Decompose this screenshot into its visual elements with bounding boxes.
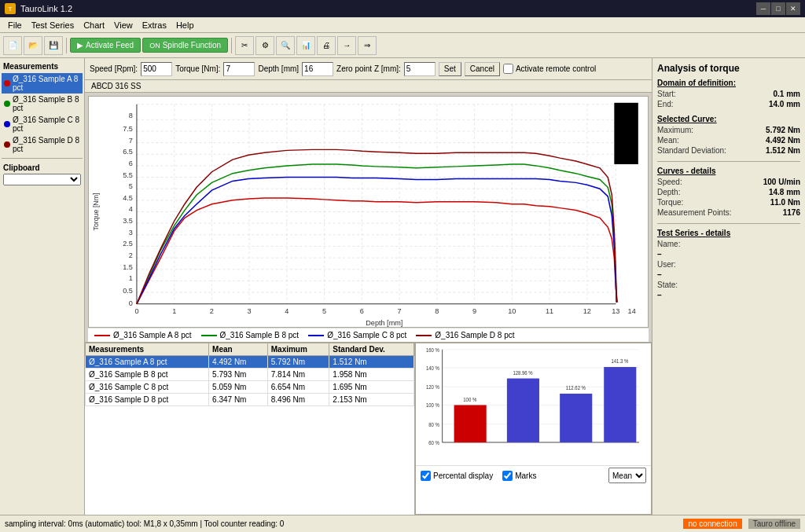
table-row-b[interactable]: Ø_316 Sample B 8 pct 5.793 Nm 7.814 Nm 1… bbox=[86, 369, 414, 381]
sidebar-item-b[interactable]: Ø_316 Sample B 8 pct bbox=[2, 94, 83, 114]
speed-input[interactable] bbox=[141, 62, 172, 76]
marks-checkbox[interactable] bbox=[502, 471, 513, 481]
menu-help[interactable]: Help bbox=[171, 19, 199, 31]
cell-name-a: Ø_316 Sample A 8 pct bbox=[86, 356, 209, 369]
ts-name-row: Name: bbox=[657, 240, 800, 248]
abcd-label: ABCD 316 SS bbox=[85, 80, 652, 93]
table-row-d[interactable]: Ø_316 Sample D 8 pct 6.347 Nm 8.496 Nm 2… bbox=[86, 394, 414, 406]
sidebar-item-c[interactable]: Ø_316 Sample C 8 pct bbox=[2, 114, 83, 134]
bottom-section: Measurements Mean Maximum Standard Dev. … bbox=[85, 342, 652, 515]
set-button[interactable]: Set bbox=[439, 62, 461, 76]
svg-text:8: 8 bbox=[435, 308, 439, 316]
sc-std-row: Standard Deviation: 1.512 Nm bbox=[657, 146, 800, 155]
speed-label: Speed [Rpm]: bbox=[90, 64, 138, 73]
depth-input[interactable] bbox=[302, 62, 333, 76]
sc-mean-value: 4.492 Nm bbox=[766, 136, 800, 145]
tool-new[interactable]: 📄 bbox=[3, 36, 22, 55]
tool-arrow-double[interactable]: ⇒ bbox=[358, 36, 377, 55]
ts-state-label: State: bbox=[657, 281, 678, 289]
metric-select[interactable]: Mean bbox=[608, 468, 646, 483]
window-controls[interactable]: ─ □ ✕ bbox=[756, 2, 800, 15]
maximize-button[interactable]: □ bbox=[771, 2, 785, 15]
cell-max-c: 6.654 Nm bbox=[267, 381, 329, 394]
cd-depth-row: Depth: 14.8 mm bbox=[657, 188, 800, 196]
main-chart-area: 0 1 2 3 4 5 6 7 8 9 10 11 12 13 14 bbox=[88, 96, 649, 328]
domain-start-value: 0.1 mm bbox=[774, 90, 800, 98]
tool-open[interactable]: 📂 bbox=[24, 36, 42, 55]
svg-text:6: 6 bbox=[129, 160, 133, 167]
svg-text:140 %: 140 % bbox=[426, 365, 439, 371]
svg-text:120 %: 120 % bbox=[426, 383, 439, 390]
menu-bar: File Test Series Chart View Extras Help bbox=[0, 17, 805, 33]
remote-control-label[interactable]: Activate remote control bbox=[503, 64, 596, 74]
offline-badge: Tauro offline bbox=[748, 519, 800, 529]
clipboard-select[interactable] bbox=[3, 174, 81, 185]
svg-text:8: 8 bbox=[129, 112, 133, 120]
close-button[interactable]: ✕ bbox=[786, 2, 800, 15]
cd-torque-label: Torque: bbox=[657, 198, 683, 207]
zeropt-input[interactable] bbox=[404, 62, 436, 76]
legend-b: Ø_316 Sample B 8 pct bbox=[201, 331, 300, 339]
menu-test-series[interactable]: Test Series bbox=[27, 19, 79, 31]
sidebar-item-d[interactable]: Ø_316 Sample D 8 pct bbox=[2, 134, 83, 155]
cd-depth-label: Depth: bbox=[657, 188, 680, 196]
table-row-c[interactable]: Ø_316 Sample C 8 pct 5.059 Nm 6.654 Nm 1… bbox=[86, 381, 414, 394]
bar-chart-footer: Percental display Marks Mean bbox=[416, 465, 651, 485]
menu-extras[interactable]: Extras bbox=[138, 19, 171, 31]
tool-zoom[interactable]: 🔍 bbox=[276, 36, 295, 55]
activate-feed-button[interactable]: ▶ Activate Feed bbox=[70, 38, 141, 53]
legend-a: Ø_316 Sample A 8 pct bbox=[94, 331, 192, 339]
svg-text:9: 9 bbox=[472, 308, 476, 316]
svg-text:112.62 %: 112.62 % bbox=[566, 384, 586, 391]
ts-user-value: – bbox=[657, 270, 662, 279]
torque-input[interactable] bbox=[223, 62, 255, 76]
menu-file[interactable]: File bbox=[3, 19, 27, 31]
cancel-button[interactable]: Cancel bbox=[465, 62, 500, 76]
svg-text:3.5: 3.5 bbox=[123, 217, 133, 225]
depth-label: Depth [mm] bbox=[258, 64, 299, 73]
tool-arrow-right[interactable]: → bbox=[337, 36, 356, 55]
remote-label-text: Activate remote control bbox=[516, 64, 596, 73]
toolbar: 📄 📂 💾 ▶ Activate Feed ON Spindle Functio… bbox=[0, 33, 805, 58]
domain-end-value: 14.0 mm bbox=[769, 100, 800, 108]
cell-name-d: Ø_316 Sample D 8 pct bbox=[86, 394, 209, 406]
bar-chart-container: 60 % 80 % 100 % 120 % 140 % 160 % 100 % bbox=[415, 343, 652, 515]
svg-text:7: 7 bbox=[398, 308, 402, 316]
remote-checkbox[interactable] bbox=[503, 64, 513, 74]
legend-line-a bbox=[94, 335, 110, 336]
tool-scissors[interactable]: ✂ bbox=[235, 36, 254, 55]
table-row-a[interactable]: Ø_316 Sample A 8 pct 4.492 Nm 5.792 Nm 1… bbox=[86, 356, 414, 369]
ts-user-row: User: bbox=[657, 260, 800, 269]
toolbar-separator-1 bbox=[66, 38, 67, 53]
spindle-function-button[interactable]: ON Spindle Function bbox=[142, 38, 228, 53]
tool-print[interactable]: 🖨 bbox=[317, 36, 336, 55]
ts-state-value-row: – bbox=[657, 291, 800, 299]
panel-divider-1 bbox=[657, 161, 800, 162]
percental-display-label[interactable]: Percental display bbox=[421, 471, 493, 481]
tool-export[interactable]: 📊 bbox=[296, 36, 315, 55]
zeropt-label: Zero point Z [mm]: bbox=[336, 64, 401, 73]
bar-c bbox=[560, 394, 592, 442]
svg-text:6.5: 6.5 bbox=[123, 148, 133, 156]
bar-chart-controls: Percental display Marks bbox=[421, 471, 536, 481]
minimize-button[interactable]: ─ bbox=[756, 2, 770, 15]
cd-speed-label: Speed: bbox=[657, 178, 682, 186]
app-title: TauroLink 1.2 bbox=[20, 4, 72, 13]
ts-name-label: Name: bbox=[657, 240, 680, 248]
marks-label[interactable]: Marks bbox=[502, 471, 536, 481]
svg-text:3: 3 bbox=[129, 229, 133, 237]
svg-text:7.5: 7.5 bbox=[123, 125, 133, 133]
sc-max-label: Maximum: bbox=[657, 126, 693, 134]
percental-display-checkbox[interactable] bbox=[421, 471, 431, 481]
tool-settings[interactable]: ⚙ bbox=[255, 36, 274, 55]
sidebar-item-a[interactable]: Ø_316 Sample A 8 pct bbox=[2, 73, 83, 94]
tool-save[interactable]: 💾 bbox=[44, 36, 63, 55]
svg-text:0: 0 bbox=[129, 299, 133, 307]
sc-mean-row: Mean: 4.492 Nm bbox=[657, 136, 800, 145]
svg-text:6: 6 bbox=[360, 308, 364, 316]
svg-text:160 %: 160 % bbox=[426, 347, 439, 353]
menu-chart[interactable]: Chart bbox=[79, 19, 109, 31]
domain-end-row: End: 14.0 mm bbox=[657, 100, 800, 108]
cd-torque-row: Torque: 11.0 Nm bbox=[657, 198, 800, 207]
menu-view[interactable]: View bbox=[109, 19, 138, 31]
